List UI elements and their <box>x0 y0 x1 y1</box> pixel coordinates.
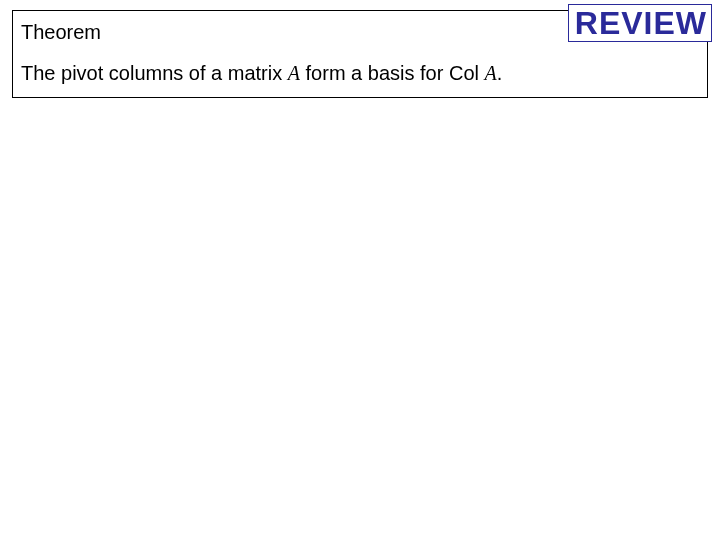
theorem-text-2: form a basis for Col <box>300 62 485 84</box>
theorem-text-3: . <box>497 62 503 84</box>
theorem-body: The pivot columns of a matrix A form a b… <box>21 62 699 85</box>
math-symbol-A-1: A <box>288 62 300 84</box>
theorem-text-1: The pivot columns of a matrix <box>21 62 288 84</box>
review-badge: REVIEW <box>568 4 712 42</box>
math-symbol-A-2: A <box>485 62 497 84</box>
